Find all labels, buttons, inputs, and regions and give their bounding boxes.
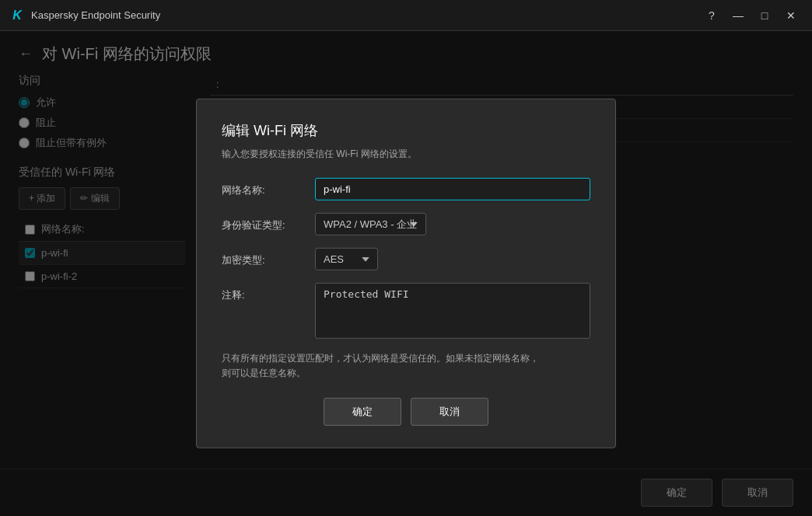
title-bar-left: K Kaspersky Endpoint Security	[9, 8, 160, 23]
network-name-label: 网络名称:	[222, 178, 315, 197]
auth-type-select[interactable]: 开放 WPA2 - 个人 WPA3 - 个人 WPA2 / WPA3 - 个人 …	[315, 213, 426, 235]
encrypt-type-row: 加密类型: AES TKIP AES/TKIP	[222, 248, 590, 270]
network-name-row: 网络名称:	[222, 178, 590, 200]
encrypt-type-label: 加密类型:	[222, 248, 315, 267]
main-area: ← 对 Wi-Fi 网络的访问权限 访问 允许 阻止 阻止但带有例外	[0, 31, 812, 516]
edit-wifi-dialog: 编辑 Wi-Fi 网络 输入您要授权连接的受信任 Wi-Fi 网络的设置。 网络…	[196, 99, 616, 448]
encrypt-select-wrapper: AES TKIP AES/TKIP	[315, 248, 590, 270]
encrypt-select[interactable]: AES TKIP AES/TKIP	[315, 248, 378, 270]
app-title: Kaspersky Endpoint Security	[31, 9, 160, 21]
close-button[interactable]: ✕	[779, 5, 803, 26]
auth-type-label: 身份验证类型:	[222, 213, 315, 232]
auth-type-select-wrapper: 开放 WPA2 - 个人 WPA3 - 个人 WPA2 / WPA3 - 个人 …	[315, 213, 590, 235]
dialog-subtitle: 输入您要授权连接的受信任 Wi-Fi 网络的设置。	[222, 148, 590, 161]
maximize-button[interactable]: □	[753, 5, 776, 26]
window-controls: ? — □ ✕	[700, 5, 803, 26]
note-textarea[interactable]: Protected WIFI	[315, 283, 590, 339]
app-logo: K	[9, 8, 25, 23]
dialog-confirm-button[interactable]: 确定	[324, 398, 401, 426]
help-button[interactable]: ?	[700, 5, 723, 26]
note-label: 注释:	[222, 283, 315, 302]
auth-type-row: 身份验证类型: 开放 WPA2 - 个人 WPA3 - 个人 WPA2 / WP…	[222, 213, 590, 235]
note-row: 注释: Protected WIFI	[222, 283, 590, 339]
dialog-cancel-button[interactable]: 取消	[411, 398, 488, 426]
dialog-actions: 确定 取消	[222, 398, 590, 426]
minimize-button[interactable]: —	[726, 5, 750, 26]
dialog-title: 编辑 Wi-Fi 网络	[222, 121, 590, 140]
dialog-footer-note: 只有所有的指定设置匹配时，才认为网络是受信任的。如果未指定网络名称，则可以是任意…	[222, 351, 590, 381]
title-bar: K Kaspersky Endpoint Security ? — □ ✕	[0, 0, 812, 31]
network-name-input[interactable]	[315, 178, 590, 200]
